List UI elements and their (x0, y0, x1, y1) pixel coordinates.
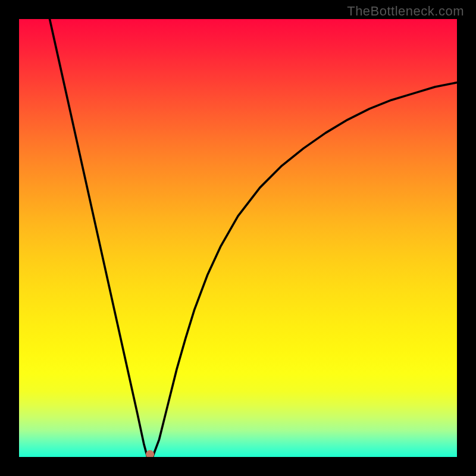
watermark-text: TheBottleneck.com (347, 4, 464, 19)
page-root: TheBottleneck.com (0, 0, 476, 476)
bottleneck-curve (50, 19, 457, 457)
minimum-marker (146, 450, 154, 457)
curve-layer (19, 19, 457, 457)
chart-area (19, 19, 457, 457)
